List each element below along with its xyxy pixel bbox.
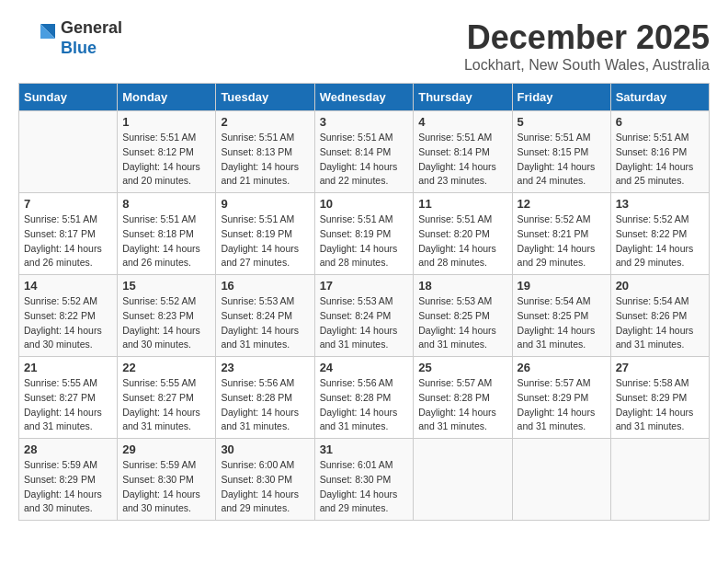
day-number: 23 [221, 361, 309, 374]
calendar-cell: 16Sunrise: 5:53 AM Sunset: 8:24 PM Dayli… [216, 275, 314, 357]
day-number: 11 [418, 197, 506, 211]
logo-blue: Blue [61, 39, 122, 59]
day-number: 7 [24, 197, 112, 211]
calendar-cell: 14Sunrise: 5:52 AM Sunset: 8:22 PM Dayli… [19, 275, 118, 357]
day-number: 9 [221, 197, 309, 211]
calendar-header-row: SundayMondayTuesdayWednesdayThursdayFrid… [19, 84, 710, 111]
day-info: Sunrise: 5:51 AM Sunset: 8:16 PM Dayligh… [616, 131, 704, 189]
calendar-week-row: 7Sunrise: 5:51 AM Sunset: 8:17 PM Daylig… [19, 193, 710, 275]
header-day-tuesday: Tuesday [216, 84, 314, 111]
location-title: Lockhart, New South Wales, Australia [464, 57, 710, 74]
day-number: 22 [122, 361, 210, 374]
day-number: 13 [616, 197, 704, 211]
day-info: Sunrise: 5:52 AM Sunset: 8:23 PM Dayligh… [122, 294, 210, 352]
day-number: 8 [122, 197, 210, 211]
day-number: 16 [221, 279, 309, 293]
day-number: 15 [122, 279, 210, 293]
calendar-cell: 24Sunrise: 5:56 AM Sunset: 8:28 PM Dayli… [314, 357, 414, 439]
calendar-cell [512, 439, 610, 521]
calendar-cell: 22Sunrise: 5:55 AM Sunset: 8:27 PM Dayli… [118, 357, 216, 439]
day-info: Sunrise: 5:59 AM Sunset: 8:30 PM Dayligh… [122, 458, 210, 516]
day-info: Sunrise: 6:01 AM Sunset: 8:30 PM Dayligh… [320, 458, 409, 516]
calendar-cell: 26Sunrise: 5:57 AM Sunset: 8:29 PM Dayli… [512, 357, 610, 439]
calendar-week-row: 21Sunrise: 5:55 AM Sunset: 8:27 PM Dayli… [19, 357, 710, 439]
day-info: Sunrise: 5:51 AM Sunset: 8:12 PM Dayligh… [122, 131, 210, 189]
calendar-cell: 9Sunrise: 5:51 AM Sunset: 8:19 PM Daylig… [216, 193, 314, 275]
logo: General Blue [18, 18, 122, 58]
calendar-cell: 17Sunrise: 5:53 AM Sunset: 8:24 PM Dayli… [314, 275, 414, 357]
day-info: Sunrise: 5:51 AM Sunset: 8:18 PM Dayligh… [122, 213, 210, 270]
header-day-sunday: Sunday [19, 84, 118, 111]
day-number: 25 [418, 361, 506, 374]
calendar-cell: 10Sunrise: 5:51 AM Sunset: 8:19 PM Dayli… [314, 193, 414, 275]
day-info: Sunrise: 5:51 AM Sunset: 8:17 PM Dayligh… [24, 213, 112, 270]
day-info: Sunrise: 5:51 AM Sunset: 8:13 PM Dayligh… [221, 131, 309, 189]
day-number: 26 [518, 361, 606, 374]
page-header: General Blue December 2025 Lockhart, New… [18, 18, 710, 74]
day-info: Sunrise: 5:51 AM Sunset: 8:19 PM Dayligh… [320, 213, 409, 270]
day-number: 12 [518, 197, 606, 211]
calendar-cell: 1Sunrise: 5:51 AM Sunset: 8:12 PM Daylig… [118, 111, 216, 193]
calendar-cell: 19Sunrise: 5:54 AM Sunset: 8:25 PM Dayli… [512, 275, 610, 357]
day-info: Sunrise: 5:53 AM Sunset: 8:24 PM Dayligh… [320, 294, 409, 352]
day-info: Sunrise: 5:59 AM Sunset: 8:29 PM Dayligh… [24, 458, 112, 516]
calendar-cell: 5Sunrise: 5:51 AM Sunset: 8:15 PM Daylig… [512, 111, 610, 193]
day-info: Sunrise: 5:51 AM Sunset: 8:19 PM Dayligh… [221, 213, 309, 270]
calendar-cell: 4Sunrise: 5:51 AM Sunset: 8:14 PM Daylig… [414, 111, 512, 193]
day-info: Sunrise: 5:57 AM Sunset: 8:28 PM Dayligh… [418, 376, 506, 434]
day-number: 6 [616, 115, 704, 129]
calendar-week-row: 1Sunrise: 5:51 AM Sunset: 8:12 PM Daylig… [19, 111, 710, 193]
calendar-cell: 2Sunrise: 5:51 AM Sunset: 8:13 PM Daylig… [216, 111, 314, 193]
calendar-cell: 29Sunrise: 5:59 AM Sunset: 8:30 PM Dayli… [118, 439, 216, 521]
day-number: 24 [320, 361, 409, 374]
calendar-cell [19, 111, 118, 193]
day-info: Sunrise: 5:55 AM Sunset: 8:27 PM Dayligh… [122, 376, 210, 434]
calendar-cell: 28Sunrise: 5:59 AM Sunset: 8:29 PM Dayli… [19, 439, 118, 521]
day-number: 4 [418, 115, 506, 129]
header-day-friday: Friday [512, 84, 610, 111]
day-number: 14 [24, 279, 112, 293]
day-info: Sunrise: 5:58 AM Sunset: 8:29 PM Dayligh… [616, 376, 704, 434]
day-number: 29 [122, 442, 210, 456]
header-day-thursday: Thursday [414, 84, 512, 111]
day-info: Sunrise: 5:56 AM Sunset: 8:28 PM Dayligh… [221, 376, 309, 434]
calendar-cell: 18Sunrise: 5:53 AM Sunset: 8:25 PM Dayli… [414, 275, 512, 357]
day-info: Sunrise: 5:52 AM Sunset: 8:22 PM Dayligh… [24, 294, 112, 352]
calendar-cell: 8Sunrise: 5:51 AM Sunset: 8:18 PM Daylig… [118, 193, 216, 275]
calendar-cell [610, 439, 709, 521]
calendar-table: SundayMondayTuesdayWednesdayThursdayFrid… [18, 83, 710, 521]
day-number: 30 [221, 442, 309, 456]
calendar-week-row: 14Sunrise: 5:52 AM Sunset: 8:22 PM Dayli… [19, 275, 710, 357]
calendar-cell: 25Sunrise: 5:57 AM Sunset: 8:28 PM Dayli… [414, 357, 512, 439]
day-info: Sunrise: 5:51 AM Sunset: 8:14 PM Dayligh… [320, 131, 409, 189]
calendar-cell: 7Sunrise: 5:51 AM Sunset: 8:17 PM Daylig… [19, 193, 118, 275]
day-info: Sunrise: 5:51 AM Sunset: 8:20 PM Dayligh… [418, 213, 506, 270]
calendar-cell: 27Sunrise: 5:58 AM Sunset: 8:29 PM Dayli… [610, 357, 709, 439]
calendar-cell: 20Sunrise: 5:54 AM Sunset: 8:26 PM Dayli… [610, 275, 709, 357]
calendar-cell: 30Sunrise: 6:00 AM Sunset: 8:30 PM Dayli… [216, 439, 314, 521]
day-info: Sunrise: 5:57 AM Sunset: 8:29 PM Dayligh… [518, 376, 606, 434]
day-number: 18 [418, 279, 506, 293]
calendar-cell: 11Sunrise: 5:51 AM Sunset: 8:20 PM Dayli… [414, 193, 512, 275]
day-number: 20 [616, 279, 704, 293]
calendar-body: 1Sunrise: 5:51 AM Sunset: 8:12 PM Daylig… [19, 111, 710, 521]
day-info: Sunrise: 5:52 AM Sunset: 8:22 PM Dayligh… [616, 213, 704, 270]
logo-icon [18, 20, 55, 57]
day-info: Sunrise: 5:52 AM Sunset: 8:21 PM Dayligh… [518, 213, 606, 270]
day-number: 28 [24, 442, 112, 456]
header-day-wednesday: Wednesday [314, 84, 414, 111]
day-info: Sunrise: 5:53 AM Sunset: 8:25 PM Dayligh… [418, 294, 506, 352]
logo-general: General [61, 18, 122, 39]
day-info: Sunrise: 5:53 AM Sunset: 8:24 PM Dayligh… [221, 294, 309, 352]
day-number: 21 [24, 361, 112, 374]
month-title: December 2025 [464, 18, 710, 57]
day-number: 19 [518, 279, 606, 293]
day-number: 27 [616, 361, 704, 374]
calendar-cell: 12Sunrise: 5:52 AM Sunset: 8:21 PM Dayli… [512, 193, 610, 275]
day-number: 1 [122, 115, 210, 129]
day-info: Sunrise: 5:51 AM Sunset: 8:14 PM Dayligh… [418, 131, 506, 189]
day-number: 3 [320, 115, 409, 129]
day-number: 10 [320, 197, 409, 211]
day-number: 2 [221, 115, 309, 129]
calendar-cell: 23Sunrise: 5:56 AM Sunset: 8:28 PM Dayli… [216, 357, 314, 439]
